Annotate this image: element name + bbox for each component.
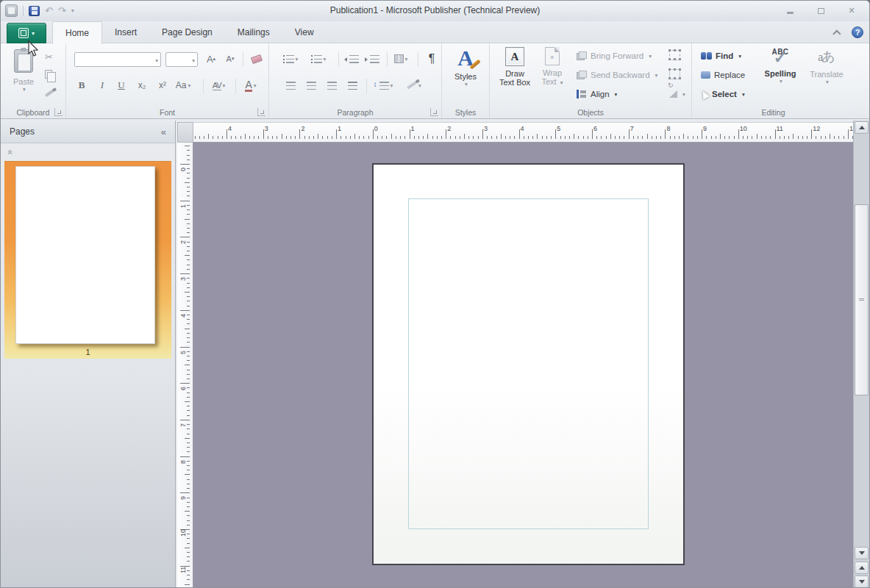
- select-button[interactable]: Select ▾: [701, 87, 745, 101]
- styles-icon: A: [457, 46, 474, 70]
- file-button[interactable]: ▾: [7, 23, 46, 43]
- bullets-button[interactable]: ▾: [282, 51, 299, 67]
- scroll-down-button[interactable]: [855, 547, 869, 559]
- font-name-combobox[interactable]: ▾: [74, 52, 161, 67]
- publication-page[interactable]: [372, 163, 685, 565]
- justify-button[interactable]: [344, 77, 360, 93]
- rotate-icon: [669, 90, 677, 98]
- underline-button[interactable]: U: [113, 77, 129, 93]
- align-button[interactable]: Align ▾: [577, 87, 617, 101]
- align-center-icon: [307, 82, 316, 90]
- group-label-paragraph: Paragraph: [269, 108, 441, 117]
- font-size-combobox[interactable]: ▾: [165, 52, 198, 67]
- align-right-button[interactable]: [324, 77, 340, 93]
- clear-formatting-icon: [251, 54, 263, 63]
- send-backward-button[interactable]: Send Backward ▾: [577, 68, 657, 82]
- minimize-button[interactable]: [782, 5, 797, 16]
- divider: [203, 79, 204, 93]
- next-page-button[interactable]: [855, 576, 869, 588]
- collapse-section-icon[interactable]: «: [5, 150, 15, 155]
- group-label-font: Font: [66, 108, 268, 117]
- spelling-check-icon: ✓: [774, 53, 787, 63]
- cut-button[interactable]: ✂: [45, 49, 61, 64]
- align-center-button[interactable]: [303, 77, 319, 93]
- scroll-up-button[interactable]: [855, 121, 869, 134]
- mouse-cursor: [27, 40, 39, 58]
- close-button[interactable]: ✕: [844, 5, 859, 16]
- tab-insert[interactable]: Insert: [102, 21, 149, 43]
- shrink-font-button[interactable]: A▾: [222, 51, 238, 67]
- superscript-button[interactable]: x²: [154, 77, 171, 93]
- tab-mailings[interactable]: Mailings: [225, 21, 282, 43]
- group-styles: A Styles ▾ Styles: [442, 43, 490, 118]
- title-bar[interactable]: ↶ ↷ ▾ Publication1 - Microsoft Publisher…: [1, 1, 869, 21]
- replace-button[interactable]: Replace: [701, 68, 745, 82]
- translate-icon: aあ: [818, 48, 835, 65]
- change-case-button[interactable]: Aa ▾: [175, 77, 191, 93]
- scrollbar-thumb[interactable]: [855, 204, 869, 395]
- tab-home[interactable]: Home: [52, 21, 102, 44]
- help-icon[interactable]: ?: [852, 26, 863, 38]
- ribbon: Paste ▾ ✂ Clipboard ▾ ▾ A▴: [1, 43, 869, 119]
- previous-page-button[interactable]: [855, 562, 869, 574]
- styles-button[interactable]: A Styles ▾: [442, 46, 489, 87]
- paragraph-dialog-launcher[interactable]: [430, 108, 438, 116]
- format-painter-button[interactable]: [45, 86, 61, 101]
- vertical-scrollbar[interactable]: [853, 121, 869, 587]
- find-button[interactable]: Find ▾: [701, 49, 741, 62]
- font-color-button[interactable]: A ▾: [243, 77, 259, 93]
- horizontal-ruler[interactable]: 4321012345678910111213: [193, 122, 855, 143]
- collapse-panel-icon[interactable]: «: [161, 126, 166, 137]
- increase-indent-button[interactable]: [366, 51, 382, 67]
- select-icon: [699, 89, 710, 99]
- columns-icon: [394, 54, 404, 63]
- bring-forward-button[interactable]: Bring Forward ▾: [577, 49, 652, 62]
- page-thumbnail[interactable]: [15, 166, 155, 344]
- pages-panel-title: Pages: [10, 126, 35, 137]
- tab-page-design[interactable]: Page Design: [149, 21, 225, 43]
- margin-guides: [408, 198, 649, 529]
- translate-button[interactable]: aあ Translate ▾: [804, 48, 849, 85]
- clipboard-dialog-launcher[interactable]: [54, 108, 63, 116]
- line-spacing-button[interactable]: ▾: [378, 77, 394, 93]
- vertical-ruler[interactable]: 01234567891011: [177, 143, 193, 587]
- ruler-corner-box: [177, 122, 193, 143]
- numbering-button[interactable]: ▾: [310, 51, 327, 67]
- ungroup-objects-button[interactable]: [669, 68, 680, 81]
- bold-button[interactable]: B: [74, 77, 90, 93]
- special-characters-button[interactable]: ¶: [424, 51, 440, 67]
- character-spacing-button[interactable]: AV ▾: [210, 77, 227, 93]
- format-painter-icon: [45, 90, 54, 97]
- font-dialog-launcher[interactable]: [257, 108, 265, 116]
- subscript-button[interactable]: x₂: [134, 77, 150, 93]
- workspace-canvas[interactable]: [193, 143, 855, 587]
- minimize-ribbon-icon[interactable]: [832, 29, 841, 37]
- group-font: ▾ ▾ A▴ A▾ B I U x₂ x² Aa ▾: [66, 43, 269, 118]
- group-objects-button[interactable]: [669, 49, 680, 62]
- clear-formatting-button[interactable]: [249, 51, 265, 67]
- italic-button[interactable]: I: [94, 77, 110, 93]
- change-case-dropdown-icon: ▾: [188, 82, 190, 89]
- pages-panel-header: Pages «: [1, 121, 175, 143]
- decrease-indent-button[interactable]: [346, 51, 362, 67]
- cut-icon: ✂: [45, 51, 53, 62]
- rotate-objects-button[interactable]: ▾: [669, 87, 685, 101]
- group-editing: Find ▾ Replace Select ▾ ABC ✓ Spelling ▾…: [692, 43, 855, 118]
- page-number-label: 1: [4, 348, 171, 356]
- columns-button[interactable]: ▾: [393, 51, 409, 67]
- draw-text-box-button[interactable]: A Draw Text Box: [496, 47, 534, 87]
- copy-button[interactable]: [45, 67, 61, 82]
- pages-panel: Pages « « 1: [1, 121, 176, 587]
- page-thumbnail-selected[interactable]: 1: [4, 161, 171, 359]
- draw-text-box-icon: A: [505, 47, 524, 66]
- paragraph-shading-button[interactable]: ▾: [406, 77, 422, 93]
- restore-button[interactable]: [813, 5, 828, 16]
- spelling-button[interactable]: ABC ✓ Spelling ▾: [760, 48, 801, 85]
- publisher-logo-icon: [18, 28, 29, 38]
- wrap-text-button[interactable]: × Wrap Text ▾: [535, 47, 569, 86]
- decrease-indent-icon: [349, 55, 359, 63]
- tab-view[interactable]: View: [282, 21, 327, 43]
- align-left-button[interactable]: [282, 77, 299, 93]
- publisher-window: ↶ ↷ ▾ Publication1 - Microsoft Publisher…: [0, 0, 870, 588]
- grow-font-button[interactable]: A▴: [203, 51, 219, 67]
